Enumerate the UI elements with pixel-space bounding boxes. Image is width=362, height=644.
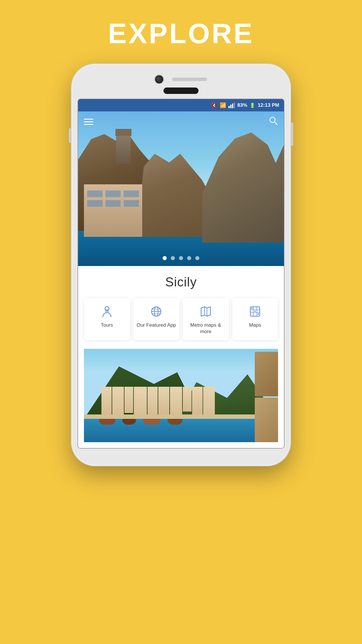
search-button[interactable]: [269, 116, 278, 127]
window: [123, 200, 139, 207]
tours-label: Tours: [101, 322, 113, 328]
nav-bar: [78, 111, 284, 132]
window: [105, 190, 121, 197]
building: [84, 184, 142, 237]
building-windows: [87, 190, 139, 207]
hamburger-menu-button[interactable]: [84, 119, 93, 125]
metro-maps-icon: [199, 304, 213, 318]
phone-shell: 🔇 📶 83% 🔋 12:13 PM: [72, 64, 290, 466]
svg-rect-19: [254, 311, 256, 312]
photo-section: [84, 349, 278, 442]
boat-1: [99, 419, 116, 425]
stack-card-1: [255, 352, 278, 396]
coastal-background: [84, 349, 278, 442]
hamburger-line-3: [84, 124, 93, 125]
destination-title: Sicily: [84, 275, 278, 289]
maps-label: Maps: [249, 322, 261, 328]
page-background: EXPLORE 🔇 📶: [0, 0, 362, 644]
wifi-icon: 📶: [220, 102, 226, 108]
speaker-grille: [172, 78, 207, 81]
tours-action-card[interactable]: Tours: [84, 298, 130, 340]
status-time: 12:13 PM: [258, 102, 279, 108]
carousel-dot-5[interactable]: [195, 256, 199, 260]
signal-icon: [229, 102, 235, 108]
featured-app-icon: [149, 304, 163, 318]
featured-app-action-card[interactable]: Our Featured App: [133, 298, 180, 340]
t-building-8: [183, 387, 191, 412]
t-building-9: [192, 387, 203, 416]
maps-icon: [248, 304, 262, 318]
carousel-dot-4[interactable]: [187, 256, 191, 260]
status-bar: 🔇 📶 83% 🔋 12:13 PM: [78, 99, 284, 111]
window: [123, 190, 139, 197]
status-icons: 🔇 📶 83% 🔋 12:13 PM: [211, 102, 279, 108]
mute-icon: 🔇: [211, 102, 217, 108]
metro-maps-action-card[interactable]: Metro maps & more: [183, 298, 229, 340]
tours-icon: [100, 304, 114, 318]
boat-4: [167, 419, 183, 425]
front-camera-icon: [155, 75, 163, 83]
window: [105, 200, 121, 207]
cliff-right: [202, 120, 284, 243]
svg-rect-18: [258, 314, 259, 315]
battery-icon: 🔋: [249, 103, 255, 108]
featured-app-label: Our Featured App: [137, 322, 176, 328]
boat-2: [122, 419, 136, 425]
cliff-center: [136, 149, 209, 237]
battery-percent: 83%: [237, 102, 247, 108]
window: [87, 200, 103, 207]
phone-top-bezel: [78, 72, 284, 99]
stacked-cards: [255, 352, 278, 442]
quick-actions-row: Tours Our Fea: [84, 298, 278, 340]
side-button-right: [291, 123, 293, 146]
carousel-dot-2[interactable]: [171, 256, 175, 260]
carousel-dot-1[interactable]: [163, 256, 167, 260]
search-icon: [269, 116, 278, 125]
side-button-left: [69, 128, 71, 143]
svg-rect-17: [251, 308, 252, 309]
metro-maps-label: Metro maps & more: [185, 322, 226, 335]
boats: [99, 419, 183, 425]
maps-action-card[interactable]: Maps: [232, 298, 278, 340]
hero-background: [78, 111, 284, 266]
svg-line-1: [275, 122, 277, 125]
earpiece: [164, 88, 198, 94]
building-body: [84, 184, 142, 237]
hamburger-line-2: [84, 121, 93, 122]
page-title: EXPLORE: [108, 18, 254, 50]
boat-3: [142, 419, 161, 425]
t-building-5: [147, 387, 158, 419]
t-building-1: [101, 387, 112, 416]
tower-body: [116, 136, 131, 164]
carousel-dot-3[interactable]: [179, 256, 183, 260]
carousel-dots: [163, 256, 199, 260]
window: [87, 190, 103, 197]
camera-area: [155, 75, 207, 83]
phone-screen: 🔇 📶 83% 🔋 12:13 PM: [78, 99, 284, 448]
hero-image: [78, 111, 284, 266]
hamburger-line-1: [84, 119, 93, 120]
t-building-6: [158, 387, 169, 414]
tower: [116, 129, 131, 164]
stack-card-2: [255, 398, 278, 442]
t-building-3: [124, 387, 133, 413]
content-area: Sicily: [78, 266, 284, 448]
